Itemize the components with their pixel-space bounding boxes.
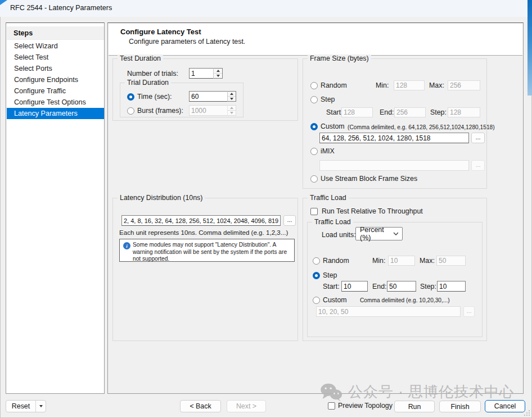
steps-sidebar: Steps Select Wizard Select Test Select P… [6, 22, 105, 394]
relative-throughput-checkbox[interactable] [310, 208, 318, 215]
time-radio-label[interactable]: Time (sec): [137, 93, 172, 101]
frame-custom-browse-button[interactable]: ... [471, 133, 485, 143]
load-max-label: Max: [420, 257, 435, 265]
frame-imix-radio[interactable] [310, 148, 318, 155]
load-units-value: Percent (%) [360, 226, 393, 242]
frame-step-radio[interactable] [310, 96, 318, 103]
rfc2544-wizard-dialog: RFC 2544 - Latency Parameters Steps Sele… [0, 0, 532, 418]
load-step-radio[interactable] [313, 272, 320, 279]
frame-size-group-label: Frame Size (bytes) [308, 54, 371, 63]
resize-grip[interactable] [524, 410, 530, 416]
load-random-label[interactable]: Random [323, 257, 349, 265]
load-custom-input [316, 306, 461, 317]
steps-header: Steps [7, 26, 104, 40]
sidebar-item-configure-test-options[interactable]: Configure Test Options [7, 97, 104, 108]
cancel-button[interactable]: Cancel [485, 400, 525, 412]
traffic-load-group-label: Traffic Load [308, 194, 349, 202]
background-window-edge [528, 0, 532, 96]
frame-imix-browse-button: ... [471, 160, 485, 171]
preview-topology-label[interactable]: Preview Topology [338, 402, 393, 410]
caret-down-icon [39, 405, 43, 407]
frame-step-label[interactable]: Step [321, 96, 335, 103]
page-subtitle: Configure parameters of Latency test. [129, 38, 245, 46]
load-min-label: Min: [372, 257, 385, 265]
frame-streamblock-radio[interactable] [310, 175, 318, 183]
frame-imix-label[interactable]: iMIX [321, 147, 335, 155]
sidebar-item-configure-traffic[interactable]: Configure Traffic [7, 85, 104, 97]
spin-down-icon[interactable] [214, 73, 222, 78]
spin-down-icon [228, 110, 236, 115]
time-input[interactable] [189, 91, 228, 102]
chevron-down-icon [393, 232, 398, 235]
window-title: RFC 2544 - Latency Parameters [10, 4, 112, 12]
time-radio[interactable] [127, 93, 134, 101]
traffic-load-inner-group-label: Traffic Load [312, 218, 353, 226]
load-end-label: End: [372, 283, 387, 290]
number-of-trials-label: Number of trials: [127, 70, 178, 78]
frame-imix-input [319, 160, 469, 171]
title-bar: RFC 2544 - Latency Parameters [0, 0, 532, 17]
spin-down-icon[interactable] [228, 96, 236, 101]
back-button[interactable]: < Back [180, 400, 221, 412]
load-start-input[interactable] [341, 281, 368, 292]
frame-custom-hint: (Comma delimited, e.g. 64,128, 256,512,1… [348, 124, 495, 130]
frame-stepsize-label: Step: [430, 108, 447, 116]
burst-radio[interactable] [127, 107, 134, 115]
load-custom-radio[interactable] [313, 297, 320, 304]
frame-stepsize-input [448, 107, 480, 117]
load-max-input [436, 256, 466, 266]
frame-custom-input[interactable] [319, 133, 469, 143]
latency-distribution-browse-button[interactable]: ... [283, 215, 296, 226]
load-min-input [388, 256, 415, 266]
preview-topology-checkbox[interactable] [328, 402, 335, 410]
frame-custom-label[interactable]: Custom [321, 122, 345, 130]
load-units-dropdown[interactable]: Percent (%) [355, 227, 403, 240]
load-random-radio[interactable] [313, 257, 320, 265]
info-icon: i [123, 242, 130, 249]
load-stepsize-input[interactable] [437, 281, 466, 292]
reset-button[interactable]: Reset [6, 401, 35, 412]
frame-custom-radio[interactable] [310, 123, 318, 130]
spin-up-icon [228, 106, 236, 110]
test-duration-group-label: Test Duration [118, 54, 163, 63]
time-spinner[interactable] [227, 91, 236, 102]
frame-streamblock-label[interactable]: Use Stream Block Frame Sizes [321, 175, 417, 183]
sidebar-item-latency-parameters[interactable]: Latency Parameters [7, 108, 104, 119]
frame-random-label[interactable]: Random [321, 81, 347, 89]
load-end-input[interactable] [387, 281, 416, 292]
burst-input [189, 105, 228, 116]
latency-distribution-infobox: i Some modules may not support "Latency … [119, 239, 295, 262]
spin-up-icon[interactable] [214, 69, 222, 73]
number-of-trials-spinner[interactable] [213, 68, 223, 79]
load-custom-browse-button: ... [463, 306, 475, 317]
sidebar-item-select-wizard[interactable]: Select Wizard [7, 40, 104, 52]
reset-dropdown-button[interactable] [35, 401, 46, 412]
frame-start-label: Start: [326, 108, 343, 116]
finish-button[interactable]: Finish [439, 401, 481, 412]
latency-distribution-input[interactable] [121, 215, 281, 226]
load-custom-hint: Comma delimited (e.g. 10,20,30,...) [360, 297, 450, 303]
load-step-label[interactable]: Step [323, 271, 337, 279]
frame-start-input [341, 107, 373, 117]
sidebar-item-select-test[interactable]: Select Test [7, 52, 104, 63]
frame-min-label: Min: [376, 81, 389, 89]
load-stepsize-label: Step: [420, 283, 436, 290]
run-button[interactable]: Run [394, 401, 435, 412]
burst-spinner [227, 105, 236, 116]
frame-random-radio[interactable] [310, 82, 318, 89]
latency-distribution-helper: Each unit represents 10ns. Comma delimit… [119, 229, 288, 236]
frame-min-input [394, 80, 425, 90]
sidebar-item-select-ports[interactable]: Select Ports [7, 63, 104, 74]
relative-throughput-label[interactable]: Run Test Relative To Throughput [322, 207, 423, 215]
trial-duration-group-label: Trial Duration [125, 79, 171, 87]
number-of-trials-input[interactable] [189, 68, 214, 79]
sidebar-item-configure-endpoints[interactable]: Configure Endpoints [7, 74, 104, 85]
load-custom-label[interactable]: Custom [323, 296, 347, 304]
load-start-label: Start: [323, 283, 340, 290]
burst-radio-label[interactable]: Burst (frames): [137, 107, 183, 115]
frame-max-label: Max: [429, 81, 444, 89]
page-title: Configure Latency Test [120, 28, 201, 36]
load-units-label: Load units: [322, 231, 356, 239]
spin-up-icon[interactable] [228, 92, 236, 96]
frame-end-input [394, 107, 426, 117]
